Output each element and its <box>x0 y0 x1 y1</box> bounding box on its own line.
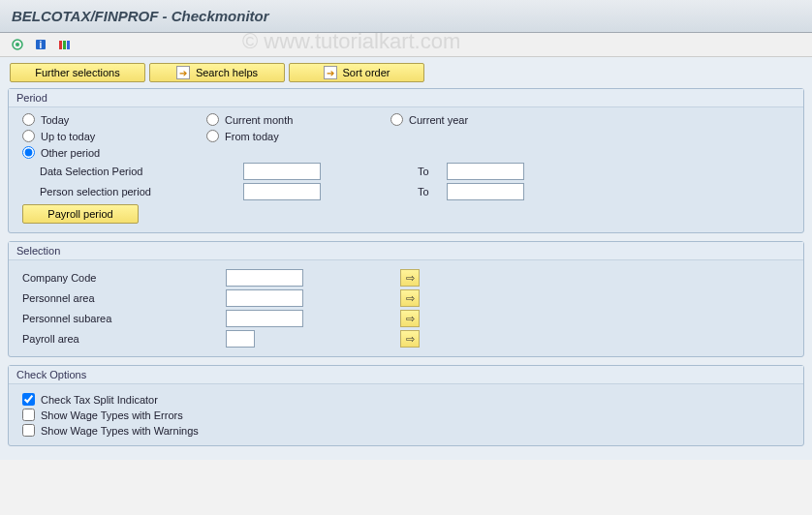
label-today: Today <box>41 114 69 126</box>
input-payroll-area[interactable] <box>226 330 255 348</box>
label-company-code: Company Code <box>22 272 226 284</box>
check-options-group-title: Check Options <box>9 366 803 384</box>
info-icon[interactable]: i <box>31 36 50 53</box>
svg-rect-4 <box>59 41 62 49</box>
label-up-to-today: Up to today <box>41 131 95 142</box>
input-data-selection-to[interactable] <box>447 163 524 180</box>
label-show-errors: Show Wage Types with Errors <box>41 409 183 421</box>
input-person-selection-from[interactable] <box>243 183 321 200</box>
svg-rect-6 <box>67 41 70 49</box>
label-to: To <box>418 186 447 197</box>
radio-up-to-today[interactable] <box>22 130 35 142</box>
system-toolbar: i <box>0 33 812 57</box>
window-title-bar: BELCOTAX/FINPROF - Checkmonitor <box>0 0 812 33</box>
payroll-period-button[interactable]: Payroll period <box>22 204 139 224</box>
multi-select-personnel-area[interactable]: ⇨ <box>400 289 420 307</box>
svg-text:i: i <box>40 40 43 50</box>
sort-order-button[interactable]: ➔ Sort order <box>289 63 424 82</box>
check-options-group: Check Options Check Tax Split Indicator … <box>8 365 804 446</box>
radio-other-period[interactable] <box>22 146 35 159</box>
input-company-code[interactable] <box>226 269 303 287</box>
svg-point-1 <box>16 43 19 46</box>
label-data-selection-period: Data Selection Period <box>22 166 243 177</box>
checkbox-show-warnings[interactable] <box>22 424 35 437</box>
execute-icon[interactable] <box>8 36 27 53</box>
label-personnel-subarea: Personnel subarea <box>22 313 226 324</box>
selection-group: Selection Company Code ⇨ Personnel area … <box>8 241 804 357</box>
checkbox-tax-split[interactable] <box>22 393 35 406</box>
label-payroll-area: Payroll area <box>22 333 226 345</box>
arrow-right-icon: ➔ <box>324 66 337 79</box>
action-toolbar: Further selections ➔ Search helps ➔ Sort… <box>8 63 804 82</box>
search-helps-button[interactable]: ➔ Search helps <box>149 63 285 82</box>
label-from-today: From today <box>225 131 279 142</box>
input-person-selection-to[interactable] <box>447 183 524 200</box>
checkbox-show-errors[interactable] <box>22 409 35 421</box>
color-bars-icon[interactable] <box>54 36 74 53</box>
window-title: BELCOTAX/FINPROF - Checkmonitor <box>12 8 269 24</box>
radio-current-year[interactable] <box>390 113 403 126</box>
arrow-right-icon: ➔ <box>176 66 190 79</box>
period-group: Period Today Current month Current year <box>8 88 804 233</box>
input-personnel-subarea[interactable] <box>226 310 303 327</box>
label-tax-split: Check Tax Split Indicator <box>41 394 158 406</box>
input-data-selection-from[interactable] <box>243 163 321 180</box>
radio-today[interactable] <box>22 113 35 126</box>
radio-current-month[interactable] <box>206 113 219 126</box>
selection-group-title: Selection <box>9 242 803 260</box>
label-other-period: Other period <box>41 147 100 159</box>
input-personnel-area[interactable] <box>226 289 303 307</box>
label-person-selection-period: Person selection period <box>22 186 243 197</box>
multi-select-company-code[interactable]: ⇨ <box>400 269 420 287</box>
label-current-month: Current month <box>225 114 293 126</box>
period-group-title: Period <box>9 89 803 107</box>
radio-from-today[interactable] <box>206 130 219 142</box>
multi-select-personnel-subarea[interactable]: ⇨ <box>400 310 420 327</box>
label-personnel-area: Personnel area <box>22 292 226 304</box>
label-to: To <box>418 166 447 177</box>
svg-rect-5 <box>63 41 66 49</box>
multi-select-payroll-area[interactable]: ⇨ <box>400 330 420 348</box>
label-show-warnings: Show Wage Types with Warnings <box>41 425 199 437</box>
further-selections-button[interactable]: Further selections <box>10 63 145 82</box>
label-current-year: Current year <box>409 114 468 126</box>
